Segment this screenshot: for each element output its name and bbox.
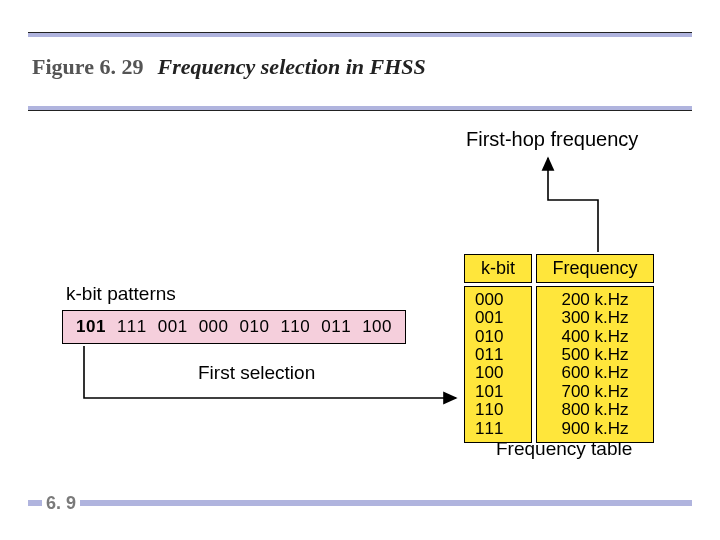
pattern-3: 000 <box>199 317 229 337</box>
arrow-table-to-firsthop <box>548 158 598 252</box>
label-first-hop: First-hop frequency <box>466 128 638 151</box>
rule-top <box>28 32 692 37</box>
page-number: 6. 9 <box>42 493 80 514</box>
freq-cell: 900 k.Hz <box>547 420 643 438</box>
figure-number: Figure 6. 29 <box>32 54 143 79</box>
kbit-cell: 110 <box>475 401 521 419</box>
col-frequency: Frequency 200 k.Hz 300 k.Hz 400 k.Hz 500… <box>536 254 654 443</box>
freq-cell: 600 k.Hz <box>547 364 643 382</box>
pattern-7: 100 <box>362 317 392 337</box>
freq-cell: 300 k.Hz <box>547 309 643 327</box>
label-kbit-patterns: k-bit patterns <box>66 283 176 305</box>
pattern-2: 001 <box>158 317 188 337</box>
rule-bottom <box>28 500 692 506</box>
freq-body: 200 k.Hz 300 k.Hz 400 k.Hz 500 k.Hz 600 … <box>536 286 654 443</box>
kbit-body: 000 001 010 011 100 101 110 111 <box>464 286 532 443</box>
label-first-selection: First selection <box>198 362 315 384</box>
kbit-cell: 011 <box>475 346 521 364</box>
kbit-cell: 000 <box>475 291 521 309</box>
pattern-1: 111 <box>117 317 147 337</box>
pattern-6: 011 <box>321 317 351 337</box>
pattern-4: 010 <box>240 317 270 337</box>
kbit-cell: 001 <box>475 309 521 327</box>
kbit-cell: 010 <box>475 328 521 346</box>
freq-cell: 200 k.Hz <box>547 291 643 309</box>
figure-caption: Frequency selection in FHSS <box>158 54 426 79</box>
col-kbit: k-bit 000 001 010 011 100 101 110 111 <box>464 254 532 443</box>
freq-cell: 500 k.Hz <box>547 346 643 364</box>
rule-mid <box>28 106 692 111</box>
freq-header: Frequency <box>536 254 654 283</box>
freq-cell: 800 k.Hz <box>547 401 643 419</box>
kbit-cell: 111 <box>475 420 521 438</box>
kbit-patterns-box: 101 111 001 000 010 110 011 100 <box>62 310 406 344</box>
pattern-0: 101 <box>76 317 106 337</box>
figure-title: Figure 6. 29 Frequency selection in FHSS <box>32 54 426 80</box>
freq-cell: 400 k.Hz <box>547 328 643 346</box>
kbit-cell: 101 <box>475 383 521 401</box>
kbit-header: k-bit <box>464 254 532 283</box>
frequency-table: k-bit 000 001 010 011 100 101 110 111 Fr… <box>464 254 654 443</box>
freq-cell: 700 k.Hz <box>547 383 643 401</box>
pattern-5: 110 <box>280 317 310 337</box>
kbit-cell: 100 <box>475 364 521 382</box>
